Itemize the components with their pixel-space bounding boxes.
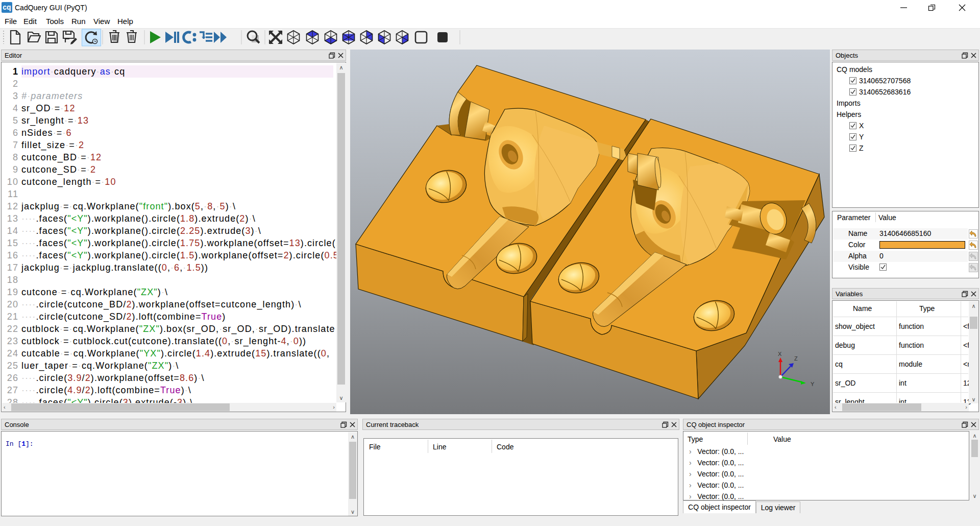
svg-text:Z: Z	[794, 355, 798, 362]
svg-text:X: X	[778, 351, 782, 357]
svg-text:Y: Y	[811, 381, 815, 387]
